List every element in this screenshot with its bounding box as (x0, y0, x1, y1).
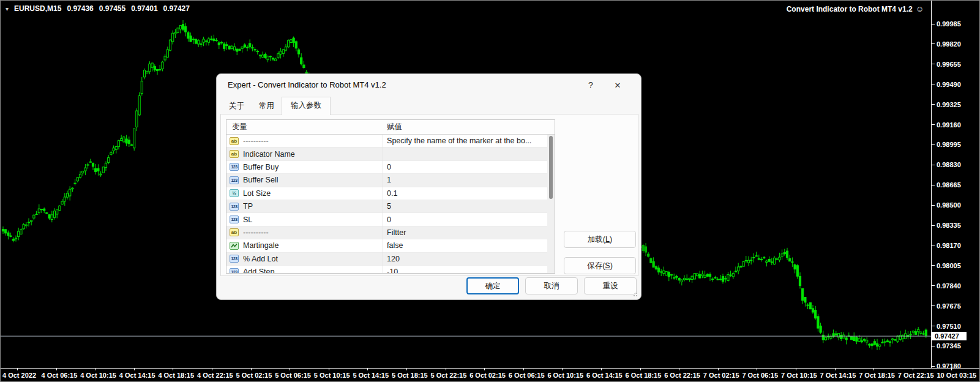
price-axis-tick (932, 144, 935, 145)
param-row[interactable]: 123% Add Lot120 (226, 253, 547, 266)
param-name: Martingale (243, 241, 382, 250)
param-value[interactable]: Filtter (382, 228, 547, 237)
time-axis-tick (95, 369, 95, 370)
scrollbar-thumb[interactable] (549, 136, 553, 199)
param-name: TP (243, 202, 382, 211)
param-name: ---------- (243, 228, 382, 237)
ohlc-low: 0.97401 (131, 4, 157, 13)
param-row[interactable]: ab----------Specify the name of the mark… (226, 135, 547, 148)
time-axis-tick (601, 369, 602, 370)
param-value[interactable]: 0 (382, 215, 547, 224)
price-axis-label: 0.98830 (937, 161, 961, 168)
column-header-value[interactable]: 赋值 (383, 122, 402, 132)
price-axis-label: 0.98335 (937, 222, 961, 229)
ok-button[interactable]: 确定 (466, 277, 519, 294)
time-axis-tick (290, 369, 290, 370)
time-axis-tick (212, 369, 212, 370)
ohlc-open: 0.97436 (67, 4, 93, 13)
time-axis-tick (134, 369, 135, 370)
param-row[interactable]: Martingalefalse (226, 239, 547, 252)
param-value[interactable]: 5 (382, 202, 547, 211)
expert-properties-dialog: Expert - Convert Indicator to Robot MT4 … (216, 73, 641, 300)
time-axis-tick (562, 369, 563, 370)
price-axis-tick (932, 124, 935, 125)
price-axis-label: 0.98005 (937, 262, 961, 269)
time-axis-tick (251, 369, 252, 370)
inputs-tab-panel: 变量 赋值 ab----------Specify the name of th… (220, 114, 638, 276)
time-axis-label: 4 Oct 14:15 (119, 372, 155, 379)
price-axis-tick (932, 346, 935, 346)
text-param-icon: ab (230, 228, 239, 236)
price-axis-tick (932, 43, 935, 44)
price-axis-tick (932, 84, 935, 84)
time-axis-label: 5 Oct 10:15 (314, 372, 350, 379)
time-axis[interactable]: 4 Oct 20224 Oct 06:154 Oct 10:154 Oct 14… (1, 369, 980, 382)
param-row[interactable]: 123Add Step-10 (226, 266, 547, 274)
cancel-button[interactable]: 取消 (525, 277, 578, 294)
tab-common[interactable]: 常用 (252, 99, 282, 114)
help-button[interactable]: ? (582, 77, 600, 94)
table-scrollbar[interactable] (547, 135, 555, 273)
table-header-row: 变量 赋值 (226, 120, 555, 135)
time-axis-label: 4 Oct 18:15 (158, 372, 194, 379)
param-row[interactable]: ab----------Filtter (226, 227, 547, 239)
param-value[interactable]: 1 (382, 176, 547, 184)
time-axis-label: 7 Oct 22:15 (898, 372, 934, 379)
price-axis-tick (932, 245, 935, 245)
param-value[interactable]: 120 (382, 255, 547, 263)
time-axis-label: 7 Oct 06:15 (742, 372, 778, 379)
tab-about[interactable]: 关于 (222, 99, 252, 114)
param-value[interactable]: -10 (382, 268, 547, 274)
time-axis-tick (640, 369, 641, 370)
time-axis-label: 5 Oct 14:15 (353, 372, 389, 379)
param-row[interactable]: abIndicator Name (226, 148, 547, 160)
time-axis-label: 5 Oct 02:15 (236, 372, 272, 379)
indicator-watermark-text: Convert Indicator to Robot MT4 v1.2 (787, 5, 913, 13)
price-axis-label: 0.97840 (937, 282, 961, 290)
param-row[interactable]: 123Buffer Buy0 (226, 161, 547, 174)
column-header-variable[interactable]: 变量 (226, 122, 383, 132)
param-value[interactable]: 0.1 (382, 189, 547, 198)
time-axis-tick (679, 369, 679, 370)
dialog-title: Expert - Convert Indicator to Robot MT4 … (228, 80, 386, 89)
price-axis-tick (932, 366, 935, 367)
save-button[interactable]: 保存(S) (564, 257, 636, 274)
tab-inputs[interactable]: 输入参数 (282, 97, 331, 115)
price-axis-tick (932, 305, 935, 306)
price-axis-label: 0.98665 (937, 181, 961, 189)
price-axis-tick (932, 64, 935, 64)
param-row[interactable]: ½Lot Size0.1 (226, 187, 547, 200)
price-axis-tick (932, 165, 935, 165)
close-icon[interactable]: ✕ (607, 77, 628, 94)
price-axis-label: 0.99160 (937, 121, 961, 129)
number-param-icon: 123 (230, 215, 239, 223)
param-name: Lot Size (243, 189, 382, 198)
time-axis-tick (796, 369, 796, 370)
param-value[interactable]: false (382, 241, 547, 250)
save-mnemonic: S (605, 261, 610, 270)
chevron-down-icon[interactable]: ▾ (6, 6, 9, 12)
param-row[interactable]: 123Buffer Sell1 (226, 174, 547, 187)
param-value[interactable]: Specify the name of the marker at the bo… (382, 137, 547, 145)
tab-bar: 关于 常用 输入参数 (222, 98, 331, 114)
time-axis-tick (757, 369, 757, 370)
param-row[interactable]: 123SL0 (226, 213, 547, 226)
save-button-label: 保存( (587, 261, 605, 271)
column-divider[interactable] (383, 120, 383, 273)
parameters-table: 变量 赋值 ab----------Specify the name of th… (226, 119, 555, 274)
load-mnemonic: L (605, 235, 610, 244)
time-axis-label: 7 Oct 18:15 (859, 372, 895, 379)
price-axis[interactable]: 0.999850.998200.996550.994900.993250.991… (932, 1, 980, 368)
price-axis-label: 0.97675 (937, 302, 961, 310)
symbol-timeframe: EURUSD,M15 (14, 4, 61, 13)
param-value[interactable]: 0 (382, 163, 547, 171)
time-axis-label: 7 Oct 02:15 (703, 372, 739, 379)
load-button[interactable]: 加载(L) (564, 231, 636, 248)
text-param-icon: ab (230, 137, 239, 145)
reset-button[interactable]: 重设 (584, 277, 637, 294)
time-axis-label: 4 Oct 22:15 (197, 372, 233, 379)
param-row[interactable]: 123TP5 (226, 200, 547, 213)
chart-param-icon (230, 242, 239, 250)
time-axis-tick (718, 369, 719, 370)
price-axis-label: 0.97510 (937, 323, 961, 330)
